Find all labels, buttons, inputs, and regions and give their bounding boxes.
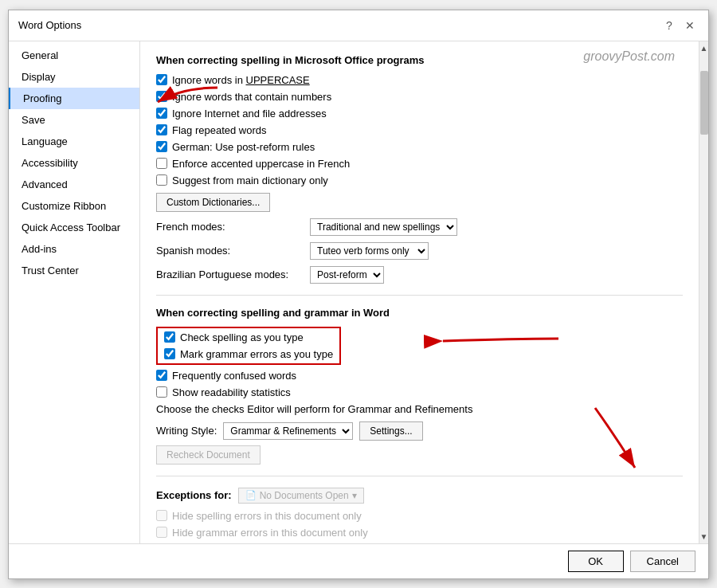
option-german: German: Use post‑reform rules — [156, 141, 683, 153]
label-readability: Show readability statistics — [172, 386, 291, 398]
label-check-spelling: Check spelling as you type — [180, 331, 304, 343]
writing-style-label: Writing Style: — [156, 425, 217, 437]
no-docs-chevron: ▾ — [352, 490, 357, 501]
watermark: groovyPost.com — [583, 49, 675, 64]
french-modes-select[interactable]: Traditional and new spellings Always use… — [310, 218, 457, 236]
help-button[interactable]: ? — [660, 17, 678, 34]
spanish-modes-label: Spanish modes: — [156, 245, 304, 257]
option-internet: Ignore Internet and file addresses — [156, 108, 683, 120]
sidebar-item-save[interactable]: Save — [9, 109, 139, 131]
option-check-spelling: Check spelling as you type — [164, 331, 333, 343]
sidebar-item-proofing[interactable]: Proofing — [9, 88, 139, 109]
option-numbers: Ignore words that contain numbers — [156, 91, 683, 103]
checkbox-french-accented[interactable] — [156, 158, 167, 169]
sidebar-item-accessibility[interactable]: Accessibility — [9, 152, 139, 174]
spanish-modes-row: Spanish modes: Tuteo verb forms only Vos… — [156, 242, 683, 260]
label-french-accented: Enforce accented uppercase in French — [172, 158, 350, 170]
recheck-row: Recheck Document — [156, 445, 683, 465]
ok-button[interactable]: OK — [568, 551, 624, 572]
option-grammar-errors: Mark grammar errors as you type — [164, 348, 333, 360]
spanish-modes-select[interactable]: Tuteo verb forms only Voseo verb forms o… — [310, 242, 429, 260]
scroll-down-arrow[interactable]: ▼ — [698, 530, 708, 543]
checkbox-hide-grammar[interactable] — [156, 527, 167, 538]
sidebar-item-language[interactable]: Language — [9, 131, 139, 152]
title-bar-controls: ? ✕ — [660, 17, 699, 34]
checkbox-main-dict[interactable] — [156, 174, 167, 186]
sidebar-item-display[interactable]: Display — [9, 66, 139, 88]
exceptions-row: Exceptions for: 📄 No Documents Open ▾ — [156, 488, 683, 504]
title-bar: Word Options ? ✕ — [9, 10, 708, 41]
checkbox-check-spelling[interactable] — [164, 331, 175, 343]
sidebar-item-add-ins[interactable]: Add-ins — [9, 238, 139, 260]
label-grammar-errors: Mark grammar errors as you type — [180, 348, 333, 360]
sidebar-item-quick-access-toolbar[interactable]: Quick Access Toolbar — [9, 217, 139, 238]
writing-style-select[interactable]: Grammar & Refinements Grammar Only — [223, 422, 353, 440]
label-confused-words: Frequently confused words — [172, 370, 296, 382]
highlighted-options-box: Check spelling as you type Mark grammar … — [156, 327, 341, 365]
sidebar-item-customize-ribbon[interactable]: Customize Ribbon — [9, 195, 139, 217]
checkbox-confused-words[interactable] — [156, 370, 167, 381]
label-internet: Ignore Internet and file addresses — [172, 108, 327, 120]
dialog-content: GeneralDisplayProofingSaveLanguageAccess… — [9, 41, 708, 543]
cancel-button[interactable]: Cancel — [630, 551, 695, 572]
checkbox-grammar-errors[interactable] — [164, 348, 175, 359]
option-uppercase: Ignore words in UPPERCASE — [156, 74, 683, 86]
option-confused-words: Frequently confused words — [156, 370, 683, 382]
label-main-dict: Suggest from main dictionary only — [172, 174, 328, 186]
portuguese-modes-label: Brazilian Portuguese modes: — [156, 269, 304, 280]
label-hide-spelling: Hide spelling errors in this document on… — [172, 510, 362, 522]
dialog-title: Word Options — [18, 19, 81, 31]
dialog-footer: OK Cancel — [9, 543, 708, 578]
sidebar-item-advanced[interactable]: Advanced — [9, 174, 139, 195]
label-uppercase: Ignore words in UPPERCASE — [172, 74, 310, 86]
label-hide-grammar: Hide grammar errors in this document onl… — [172, 527, 368, 539]
settings-button[interactable]: Settings... — [359, 421, 422, 441]
portuguese-modes-select[interactable]: Post-reform Pre-reform Both — [310, 266, 384, 284]
exceptions-label: Exceptions for: — [156, 489, 232, 501]
no-docs-dropdown[interactable]: 📄 No Documents Open ▾ — [238, 488, 364, 504]
red-arrow-highlight — [435, 319, 562, 367]
sidebar-item-general[interactable]: General — [9, 45, 139, 66]
option-hide-grammar: Hide grammar errors in this document onl… — [156, 527, 683, 539]
checkbox-numbers[interactable] — [156, 91, 167, 102]
recheck-button[interactable]: Recheck Document — [156, 445, 261, 465]
checkbox-readability[interactable] — [156, 386, 167, 398]
close-button[interactable]: ✕ — [681, 17, 699, 34]
option-readability: Show readability statistics — [156, 386, 683, 398]
option-french-accented: Enforce accented uppercase in French — [156, 158, 683, 170]
scrollbar[interactable]: ▲ ▼ — [699, 41, 708, 543]
checkbox-repeated[interactable] — [156, 124, 167, 135]
writing-style-row: Writing Style: Grammar & Refinements Gra… — [156, 421, 683, 441]
label-german: German: Use post‑reform rules — [172, 141, 315, 153]
checkbox-hide-spelling[interactable] — [156, 510, 167, 521]
scrollbar-thumb[interactable] — [700, 71, 708, 135]
french-modes-row: French modes: Traditional and new spelli… — [156, 218, 683, 236]
scroll-up-arrow[interactable]: ▲ — [698, 41, 708, 55]
grammar-check-desc: Choose the checks Editor will perform fo… — [156, 403, 683, 415]
checkbox-internet[interactable] — [156, 108, 167, 119]
option-main-dict: Suggest from main dictionary only — [156, 174, 683, 186]
option-hide-spelling: Hide spelling errors in this document on… — [156, 510, 683, 522]
custom-dictionaries-button[interactable]: Custom Dictionaries... — [156, 193, 270, 212]
no-docs-label: No Documents Open — [260, 490, 349, 501]
divider2 — [156, 476, 683, 476]
checkbox-german[interactable] — [156, 141, 167, 152]
word-options-dialog: Word Options ? ✕ GeneralDisplayProofingS… — [8, 10, 709, 579]
section2-header: When correcting spelling and grammar in … — [156, 307, 683, 319]
checkbox-uppercase[interactable] — [156, 74, 167, 85]
sidebar-item-trust-center[interactable]: Trust Center — [9, 260, 139, 281]
option-repeated: Flag repeated words — [156, 124, 683, 136]
french-modes-label: French modes: — [156, 221, 304, 233]
label-numbers: Ignore words that contain numbers — [172, 91, 331, 103]
portuguese-modes-row: Brazilian Portuguese modes: Post-reform … — [156, 266, 683, 284]
main-content: groovyPost.com When correcting spelling … — [140, 41, 699, 543]
label-repeated: Flag repeated words — [172, 124, 267, 136]
sidebar: GeneralDisplayProofingSaveLanguageAccess… — [9, 41, 140, 543]
divider1 — [156, 295, 683, 296]
